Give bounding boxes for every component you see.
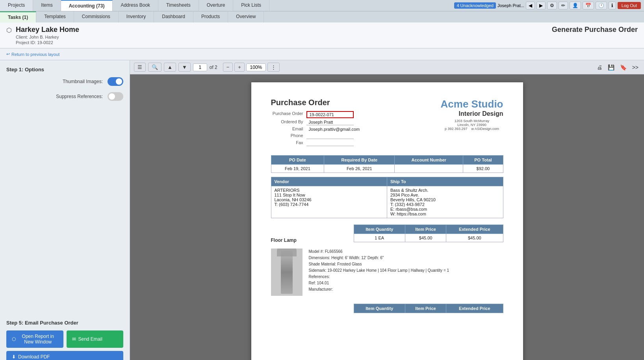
fax-value [306,140,354,146]
open-report-icon: ⬡ [12,336,16,342]
ordered-by-value: Joseph Pratt [306,119,354,125]
col-po-total: PO Total [463,156,503,165]
clock-icon[interactable]: 🕐 [596,2,607,9]
item-detail: Model #: FL665566 Dimensions: Height: 6'… [271,249,503,296]
nav-tab-templates[interactable]: Templates [36,11,74,22]
vendor-line-4: T: (603) 724-7744 [275,202,384,207]
main-layout: Step 1: Options Thumbnail Images: Suppre… [0,60,644,360]
ship-line-3: Beverly Hills, CA 90210 [390,197,500,202]
page-number-input[interactable] [193,63,207,71]
profile-icon[interactable]: 👤 [570,2,581,9]
spec-model: Model #: FL665566 [309,249,449,255]
required-date-value: Feb 26, 2021 [324,165,395,173]
nav-tab-items[interactable]: Items [33,0,61,11]
bookmark-icon[interactable]: 🔖 [618,63,628,71]
pdf-toolbar: ☰ 🔍 ▲ ▼ of 2 − + ⋮ 🖨 💾 🔖 >> [130,60,644,74]
zoom-out-btn[interactable]: − [223,63,233,72]
nav-tab-dashboard[interactable]: Dashboard [154,11,193,22]
item-qty-header: Item Quantity [354,225,405,234]
email-label: Email [271,126,306,132]
thumbnail-toggle[interactable] [108,77,123,86]
suppress-toggle[interactable] [108,92,123,101]
ship-cell: Bass & Shultz Arch. 2934 Pico Ave. Bever… [387,186,503,218]
calendar-icon[interactable]: 📅 [583,2,594,9]
notification-badge[interactable]: 4 Unacknowledged [454,2,496,9]
zoom-options-btn[interactable]: ⋮ [267,63,280,72]
nav-tab-tasks[interactable]: Tasks (1) [0,11,36,22]
bottom-price-header: Item Price [405,304,446,313]
prev-page-btn[interactable]: ▲ [164,63,176,72]
po-title: Purchase Order [271,98,362,107]
spec-ref-num: Ref: 104.01 [309,280,449,286]
nav-row-2: Tasks (1) Templates Commissions Inventor… [0,11,644,22]
prev-icon[interactable]: ◀ [526,2,535,9]
nav-tab-overview[interactable]: Overview [228,11,264,22]
save-pdf-icon[interactable]: 💾 [606,63,616,71]
col-required-date: Required By Date [324,156,395,165]
download-icon: ⬇ [12,354,16,360]
phone-label: Phone [271,133,306,139]
extended-price-value: $45.00 [446,234,503,242]
nav-tab-picklists[interactable]: Pick Lists [233,0,269,11]
vendor-ship-row: ARTERIORS 111 Stop It Now Laconia, NH 03… [271,186,503,218]
edit-icon[interactable]: ✏ [559,2,568,9]
zoom-value-input[interactable] [246,63,266,71]
col-po-date: PO Date [271,156,324,165]
ship-line-2: 2934 Pico Ave. [390,193,500,197]
ordered-by-row: Ordered By Joseph Pratt [271,119,362,125]
open-report-button[interactable]: ⬡ Open Report in New Window [6,330,63,348]
email-value: Joseph.prattiv@gmail.com [306,126,362,132]
search-pdf-btn[interactable]: 🔍 [148,63,161,72]
next-icon[interactable]: ▶ [536,2,546,9]
next-page-btn[interactable]: ▼ [178,63,191,72]
nav-tab-commissions[interactable]: Commissions [74,11,119,22]
po-number-value: 19-0022-071 [306,111,354,118]
print-icon[interactable]: 🖨 [595,63,604,71]
item-price-header: Item Price [405,225,446,234]
download-pdf-button[interactable]: ⬇ Download PDF [6,351,123,360]
nav-tab-timesheets[interactable]: Timesheets [158,0,199,11]
vendor-cell: ARTERIORS 111 Stop It Now Laconia, NH 03… [271,186,387,218]
fax-row: Fax [271,140,362,146]
nav-tab-projects[interactable]: Projects [0,0,33,11]
item-price-table: Item Quantity Item Price Extended Price … [354,225,503,242]
email-row: Email Joseph.prattiv@gmail.com [271,126,362,132]
send-email-button[interactable]: ✉ Send Email [67,330,124,348]
ship-line-6: W: https://bsa.com [390,212,500,216]
account-number-value [395,165,463,173]
item-qty-value: 1 EA [354,234,405,242]
nav-tab-accounting[interactable]: Accounting (73) [61,0,113,11]
po-info-table: PO Date Required By Date Account Number … [271,155,503,173]
email-icon: ✉ [72,336,76,342]
vendor-line-2: 111 Stop It Now [275,193,384,197]
return-link[interactable]: ↩ Return to previous layout [0,48,644,60]
nav-tab-overture[interactable]: Overture [199,0,234,11]
ship-line-1: Bass & Shultz Arch. [390,188,500,193]
page-total: of 2 [210,65,217,70]
nav-tab-inventory[interactable]: Inventory [119,11,154,22]
phone-row: Phone [271,133,362,139]
zoom-in-btn[interactable]: + [234,63,245,72]
info-icon[interactable]: ℹ [609,2,616,9]
po-total-value: $92.00 [463,165,503,173]
project-id: Project ID: 19-0022 [16,40,79,45]
step1-title: Step 1: Options [6,67,123,72]
spec-dimensions: Dimensions: Height: 6' Width: 12' Depth:… [309,255,449,261]
pdf-content: Purchase Order Purchase Order 19-0022-07… [130,74,644,360]
thumbnail-label: Thumbnail Images: [6,79,108,84]
vendor-line-3: Laconia, NH 03246 [275,197,384,202]
bottom-qty-header: Item Quantity [354,304,405,313]
expand-pdf-icon[interactable]: >> [631,63,640,71]
item-image [271,249,303,296]
vendor-ship-table: Vendor Ship To ARTERIORS 111 Stop It Now… [271,177,503,218]
nav-tab-products[interactable]: Products [193,11,228,22]
spec-references: References: [309,274,449,280]
nav-tab-addressbook[interactable]: Address Book [113,0,158,11]
settings-icon[interactable]: ⚙ [547,2,557,9]
bottom-table: Item Quantity Item Price Extended Price [354,304,503,313]
expand-icon[interactable]: ⬡ [6,26,12,34]
company-logo: Acme Studio Interior Design 1203 South M… [441,98,503,131]
sidebar-toggle-btn[interactable]: ☰ [134,63,146,72]
logout-button[interactable]: Log Out [618,2,641,9]
pdf-viewer-container: ☰ 🔍 ▲ ▼ of 2 − + ⋮ 🖨 💾 🔖 >> [130,60,644,360]
